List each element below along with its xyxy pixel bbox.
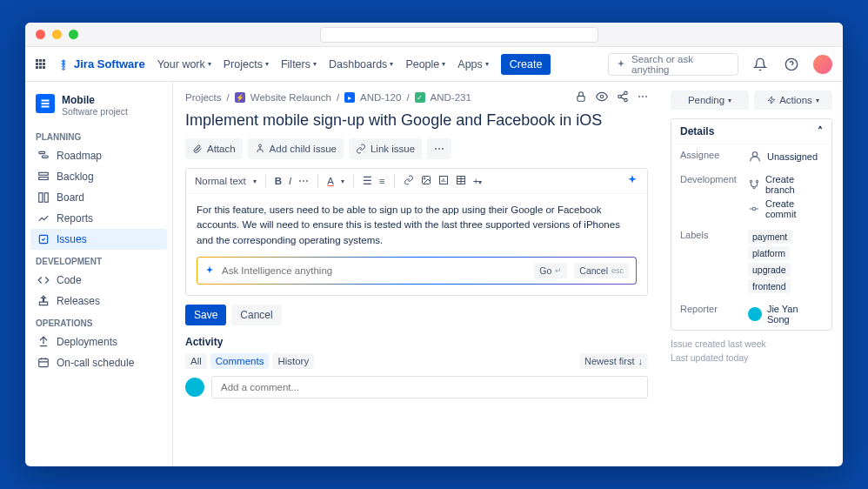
sidebar-item-backlog[interactable]: Backlog — [30, 166, 167, 187]
issues-icon — [37, 233, 50, 245]
ai-toolbar-icon[interactable] — [626, 174, 638, 188]
more-format-button[interactable]: ⋯ — [298, 175, 309, 187]
releases-icon — [37, 295, 50, 307]
sort-button[interactable]: Newest first↓ — [579, 353, 648, 369]
status-dropdown[interactable]: Pending▾ — [671, 90, 749, 110]
breadcrumb-key[interactable]: AND-231 — [431, 92, 471, 103]
svg-rect-3 — [39, 172, 49, 175]
ai-go-button[interactable]: Go↵ — [534, 263, 567, 278]
app-window: Jira Software Your work▾ Projects▾ Filte… — [25, 23, 843, 466]
minimize-window-icon[interactable] — [52, 30, 62, 39]
global-search[interactable]: Search or ask anything — [608, 53, 738, 76]
sparkle-icon — [204, 265, 215, 276]
share-icon[interactable] — [617, 90, 629, 104]
main-content: Projects/ ⚡ Website Relaunch/ ▸ AND-120/… — [173, 82, 660, 466]
nav-filters[interactable]: Filters▾ — [281, 58, 317, 70]
breadcrumb: Projects/ ⚡ Website Relaunch/ ▸ AND-120/… — [185, 90, 648, 104]
insert-image-button[interactable] — [421, 175, 431, 187]
sidebar-item-releases[interactable]: Releases — [30, 291, 167, 311]
comment-input[interactable] — [211, 376, 648, 399]
ai-input-bar[interactable]: Go↵ Cancelesc — [197, 257, 637, 285]
deploy-icon — [37, 336, 50, 348]
create-commit-link[interactable]: Create commit — [748, 198, 823, 219]
app-switcher-icon[interactable] — [36, 59, 45, 69]
text-style-dropdown[interactable]: Normal text▾ — [195, 176, 257, 186]
breadcrumb-parent[interactable]: AND-120 — [360, 92, 401, 103]
lock-icon[interactable] — [575, 90, 587, 104]
chevron-up-icon: ˄ — [818, 125, 823, 137]
tab-history[interactable]: History — [272, 353, 314, 369]
maximize-window-icon[interactable] — [69, 30, 78, 39]
description-text[interactable]: For this feature, users need to be able … — [186, 194, 647, 257]
sidebar-item-reports[interactable]: Reports — [30, 208, 167, 229]
tab-comments[interactable]: Comments — [210, 353, 270, 369]
sidebar-group-operations: OPERATIONS — [30, 311, 167, 332]
insert-more-button[interactable]: +▾ — [473, 176, 483, 186]
insert-chart-button[interactable] — [438, 175, 449, 187]
notifications-icon[interactable] — [751, 55, 770, 74]
issue-meta: Issue created last week Last updated tod… — [671, 338, 832, 365]
bold-button[interactable]: B — [275, 176, 282, 186]
save-button[interactable]: Save — [185, 305, 226, 325]
nav-your-work[interactable]: Your work▾ — [157, 58, 211, 70]
more-icon[interactable]: ⋯ — [638, 90, 648, 104]
svg-rect-2 — [42, 156, 48, 157]
watch-icon[interactable] — [596, 90, 608, 104]
link-issue-button[interactable]: Link issue — [349, 138, 422, 159]
story-parent-icon: ▸ — [344, 92, 355, 103]
breadcrumb-project[interactable]: Website Relaunch — [250, 92, 331, 103]
browser-url-bar[interactable] — [320, 27, 598, 43]
description-editor: Normal text▾ B I ⋯ A▾ ☰ ≡ — [185, 168, 648, 296]
sidebar-item-code[interactable]: Code — [30, 270, 167, 291]
svg-point-20 — [750, 180, 751, 182]
svg-rect-8 — [39, 358, 49, 366]
sidebar-item-deployments[interactable]: Deployments — [30, 332, 167, 352]
roadmap-icon — [37, 150, 50, 162]
bolt-icon — [767, 96, 776, 104]
development-label: Development — [680, 174, 741, 219]
sidebar-item-issues[interactable]: Issues — [30, 229, 167, 250]
help-icon[interactable] — [782, 55, 801, 74]
nav-dashboards[interactable]: Dashboards▾ — [329, 58, 393, 70]
ai-prompt-input[interactable] — [222, 265, 527, 276]
sidebar-item-oncall[interactable]: On-call schedule — [30, 352, 167, 373]
more-actions-button[interactable]: ⋯ — [427, 138, 451, 159]
labels-value[interactable]: payment platform upgrade frontend — [748, 230, 823, 293]
sidebar-item-board[interactable]: Board — [30, 187, 167, 208]
svg-rect-4 — [39, 178, 49, 180]
tab-all[interactable]: All — [185, 353, 207, 369]
svg-point-23 — [752, 207, 756, 211]
epic-icon: ⚡ — [235, 92, 245, 103]
reporter-value[interactable]: Jie Yan Song — [748, 304, 823, 325]
insert-table-button[interactable] — [456, 175, 466, 187]
ai-cancel-button[interactable]: Cancelesc — [574, 263, 629, 278]
italic-button[interactable]: I — [289, 176, 291, 186]
project-header[interactable]: MobileSoftware project — [30, 90, 167, 120]
close-window-icon[interactable] — [36, 30, 45, 39]
nav-projects[interactable]: Projects▾ — [224, 58, 269, 70]
create-button[interactable]: Create — [501, 54, 551, 75]
jira-brand[interactable]: Jira Software — [57, 57, 145, 70]
actions-dropdown[interactable]: Actions▾ — [754, 90, 832, 110]
insert-link-button[interactable] — [404, 175, 414, 187]
svg-point-12 — [618, 95, 622, 98]
bullet-list-button[interactable]: ☰ — [363, 175, 372, 187]
nav-apps[interactable]: Apps▾ — [457, 58, 489, 70]
breadcrumb-projects[interactable]: Projects — [185, 92, 222, 103]
svg-point-22 — [753, 186, 755, 188]
assignee-value[interactable]: Unassigned — [748, 150, 823, 164]
attach-button[interactable]: Attach — [185, 138, 243, 159]
sidebar-item-roadmap[interactable]: Roadmap — [30, 145, 167, 166]
number-list-button[interactable]: ≡ — [379, 176, 385, 186]
text-color-button[interactable]: A — [327, 176, 334, 186]
nav-people[interactable]: People▾ — [405, 58, 445, 70]
add-child-button[interactable]: Add child issue — [248, 138, 344, 159]
cancel-button[interactable]: Cancel — [231, 305, 281, 325]
issue-title[interactable]: Implement mobile sign-up with Google and… — [185, 111, 648, 130]
top-nav: Jira Software Your work▾ Projects▾ Filte… — [25, 47, 843, 82]
user-avatar[interactable] — [813, 55, 832, 74]
details-header[interactable]: Details˄ — [671, 119, 831, 144]
svg-rect-6 — [44, 193, 48, 203]
create-branch-link[interactable]: Create branch — [748, 174, 823, 195]
reporter-label: Reporter — [680, 304, 741, 325]
